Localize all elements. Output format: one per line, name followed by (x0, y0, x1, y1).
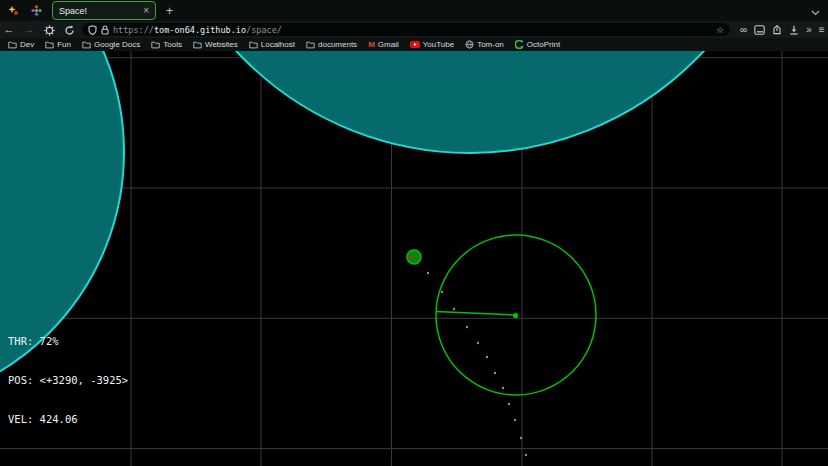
bookmark-folder-documents[interactable]: documents (306, 40, 357, 49)
url-path: /space/ (246, 25, 282, 35)
tab-strip: Space! × + (0, 0, 828, 21)
ship-heading-line (436, 312, 513, 316)
hud-position: POS: <+3290, -3925> (8, 374, 128, 387)
downloads-icon[interactable] (789, 21, 799, 39)
octoprint-icon (515, 40, 524, 49)
back-button[interactable]: ← (0, 21, 18, 38)
sidebar-icon[interactable] (754, 21, 765, 39)
folder-icon (82, 41, 91, 49)
bookmarks-bar: Dev Fun Google Docs Tools Websites Local… (0, 38, 828, 51)
planet-top (151, 51, 789, 153)
folder-icon (45, 41, 54, 49)
tab-title: Space! (59, 6, 87, 16)
lock-icon[interactable] (101, 25, 109, 35)
youtube-icon (410, 41, 420, 48)
bookmark-tom-on[interactable]: Tom-on (465, 40, 504, 49)
bookmark-gmail[interactable]: M Gmail (368, 40, 399, 49)
refresh-icon[interactable] (60, 21, 78, 38)
folder-icon (151, 41, 160, 49)
gmail-icon: M (368, 41, 375, 49)
sparkle-icon (9, 6, 19, 16)
hud-throttle: THR: 72% (8, 335, 128, 348)
shield-icon[interactable] (88, 25, 97, 35)
player-ship (513, 313, 518, 318)
bookmark-youtube[interactable]: YouTube (410, 40, 454, 49)
new-tab-button[interactable]: + (166, 4, 173, 18)
navigation-bar: ← → https://tom-on64.github.io/space/ (0, 21, 828, 38)
game-canvas[interactable]: THR: 72% POS: <+3290, -3925> VEL: 424.06 (0, 51, 828, 466)
menu-hamburger-icon[interactable]: ≡ (819, 21, 825, 38)
multicolor-asterisk-icon (31, 5, 42, 16)
browser-tab-space[interactable]: Space! × (52, 1, 156, 20)
bookmark-folder-dev[interactable]: Dev (8, 40, 34, 49)
list-all-tabs-chevron-icon[interactable] (811, 2, 820, 20)
globe-icon (465, 40, 474, 49)
url-domain: tom-on64.github.io (154, 25, 246, 35)
url-scheme: https:// (113, 25, 154, 35)
bookmark-folder-tools[interactable]: Tools (151, 40, 182, 49)
pinned-tab-icon-1[interactable] (6, 3, 22, 19)
extension-infinity-icon[interactable]: ∞ (740, 21, 747, 38)
hud-readout: THR: 72% POS: <+3290, -3925> VEL: 424.06 (8, 309, 128, 452)
folder-icon (306, 41, 315, 49)
folder-icon (193, 41, 202, 49)
forward-button[interactable]: → (20, 21, 38, 38)
overflow-chevrons-icon[interactable]: » (806, 21, 812, 38)
bookmark-folder-fun[interactable]: Fun (45, 40, 71, 49)
bookmark-folder-websites[interactable]: Websites (193, 40, 238, 49)
folder-icon (249, 41, 258, 49)
gear-icon[interactable] (40, 21, 58, 38)
url-text[interactable]: https://tom-on64.github.io/space/ (113, 25, 282, 35)
hud-velocity: VEL: 424.06 (8, 413, 128, 426)
extension-share-icon[interactable] (772, 21, 782, 39)
bookmark-folder-localhost[interactable]: Localhost (249, 40, 295, 49)
pinned-tab-icon-2[interactable] (28, 3, 44, 19)
bookmark-octoprint[interactable]: OctoPrint (515, 40, 560, 49)
tab-close-icon[interactable]: × (143, 6, 149, 16)
bookmark-folder-google-docs[interactable]: Google Docs (82, 40, 140, 49)
url-bar[interactable]: https://tom-on64.github.io/space/ ☆ (82, 23, 730, 36)
toolbar-right-icons: ∞ » ≡ (740, 21, 825, 39)
trajectory-dots (427, 272, 527, 456)
bookmark-star-icon[interactable]: ☆ (716, 25, 724, 35)
folder-icon (8, 41, 17, 49)
